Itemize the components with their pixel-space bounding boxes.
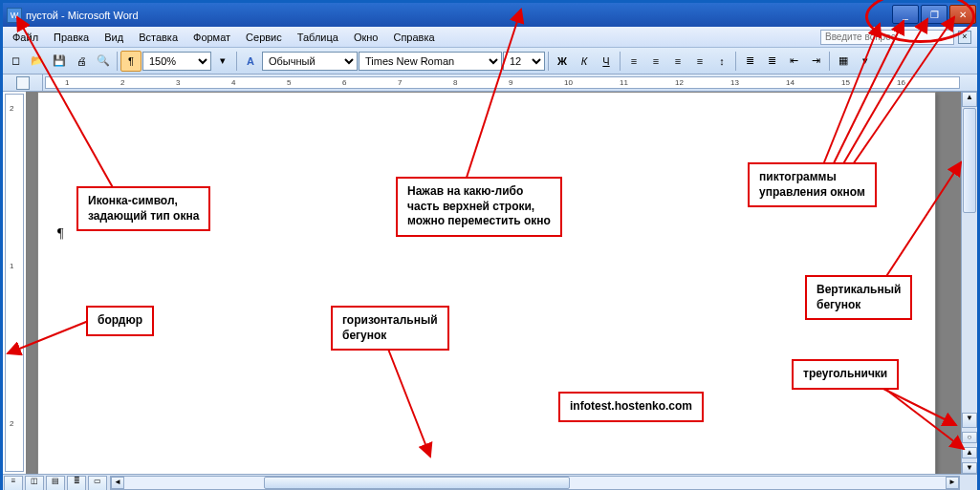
- vruler-tick: 2: [10, 104, 13, 113]
- bullet-list-button[interactable]: ≣: [761, 51, 782, 72]
- view-print-button[interactable]: ▤: [46, 476, 65, 490]
- scroll-up-button[interactable]: ▲: [962, 92, 977, 107]
- vertical-scrollbar[interactable]: ▲ ▼ ○ ▲ ▼: [961, 92, 977, 474]
- maximize-button[interactable]: ❐: [921, 5, 947, 24]
- previous-page-button[interactable]: ▲: [962, 447, 977, 458]
- borders-button[interactable]: ▦: [833, 51, 854, 72]
- callout-win-pictograms: пиктограммы управления окном: [748, 162, 877, 207]
- tab-selector[interactable]: [16, 76, 30, 90]
- open-button[interactable]: 📂: [27, 51, 48, 72]
- menu-table[interactable]: Таблица: [290, 30, 346, 45]
- ruler-tick: 12: [675, 78, 684, 87]
- ruler-tick: 4: [231, 78, 235, 87]
- style-select[interactable]: Обычный: [262, 52, 358, 71]
- title-bar[interactable]: W пустой - Microsoft Word _ ❐ ✕: [3, 3, 977, 27]
- help-search-input[interactable]: [820, 30, 954, 45]
- app-icon[interactable]: W: [7, 8, 22, 23]
- decrease-indent-button[interactable]: ⇤: [783, 51, 804, 72]
- ruler-tick: 11: [620, 78, 628, 87]
- toolbar-more-2[interactable]: ▾: [855, 51, 876, 72]
- ruler-tick: 14: [786, 78, 795, 87]
- menu-view[interactable]: Вид: [97, 30, 131, 45]
- increase-indent-button[interactable]: ⇥: [805, 51, 826, 72]
- menu-format[interactable]: Формат: [185, 30, 238, 45]
- horizontal-scrollbar[interactable]: ◄ ►: [110, 476, 960, 490]
- style-label-icon[interactable]: A: [240, 51, 261, 72]
- font-size-select[interactable]: 12: [503, 52, 545, 71]
- underline-button[interactable]: Ч: [596, 51, 617, 72]
- italic-button[interactable]: К: [574, 51, 595, 72]
- preview-button[interactable]: 🔍: [93, 51, 114, 72]
- minimize-button[interactable]: _: [892, 5, 919, 24]
- menu-service[interactable]: Сервис: [238, 30, 290, 45]
- show-pilcrow-button[interactable]: ¶: [120, 51, 142, 72]
- menu-insert[interactable]: Вставка: [131, 30, 185, 45]
- menu-edit[interactable]: Правка: [46, 30, 97, 45]
- callout-icon: Иконка-символ, задающий тип окна: [76, 186, 210, 231]
- horizontal-ruler-row: 12345678910111213141516: [3, 75, 977, 92]
- scroll-down-button[interactable]: ▼: [962, 413, 977, 428]
- new-doc-button[interactable]: ◻: [5, 51, 26, 72]
- ruler-tick: 13: [730, 78, 739, 87]
- toolbar: ◻ 📂 💾 🖨 🔍 ¶ 150% ▾ A Обычный Times New R…: [3, 48, 977, 75]
- ruler-tick: 10: [564, 78, 573, 87]
- vruler-tick: 1: [10, 262, 13, 270]
- scroll-right-button[interactable]: ►: [946, 477, 959, 489]
- ruler-tick: 9: [509, 78, 512, 87]
- menu-file[interactable]: Файл: [5, 30, 46, 45]
- ruler-tick: 1: [65, 78, 69, 87]
- vertical-ruler[interactable]: 212: [5, 94, 24, 472]
- ruler-tick: 15: [841, 78, 850, 87]
- vertical-scroll-thumb[interactable]: [963, 108, 976, 213]
- vruler-tick: 2: [10, 419, 13, 428]
- align-center-button[interactable]: ≡: [645, 51, 666, 72]
- view-reading-button[interactable]: ▭: [88, 476, 107, 490]
- next-page-button[interactable]: ▼: [962, 462, 977, 474]
- menu-bar: Файл Правка Вид Вставка Формат Сервис Та…: [3, 27, 977, 48]
- horizontal-scroll-thumb[interactable]: [264, 477, 570, 489]
- toolbar-more-1[interactable]: ▾: [212, 51, 233, 72]
- align-right-button[interactable]: ≡: [667, 51, 688, 72]
- callout-titlebar: Нажав на какю-либо часть верхней строки,…: [396, 177, 562, 237]
- align-left-button[interactable]: ≡: [623, 51, 644, 72]
- close-button[interactable]: ✕: [949, 5, 976, 24]
- ruler-tick: 16: [897, 78, 905, 87]
- ruler-tick: 8: [453, 78, 457, 87]
- font-select[interactable]: Times New Roman: [359, 52, 502, 71]
- align-justify-button[interactable]: ≡: [689, 51, 710, 72]
- ruler-tick: 6: [342, 78, 346, 87]
- ruler-tick: 2: [120, 78, 124, 87]
- view-web-button[interactable]: ◫: [25, 476, 44, 490]
- browse-object-button[interactable]: ○: [962, 432, 977, 443]
- zoom-select[interactable]: 150%: [142, 52, 211, 71]
- paragraph-mark: ¶: [57, 226, 63, 242]
- scroll-left-button[interactable]: ◄: [111, 477, 124, 489]
- callout-watermark: infotest.hostenko.com: [558, 392, 704, 422]
- view-outline-button[interactable]: ≣: [67, 476, 86, 490]
- horizontal-ruler[interactable]: 12345678910111213141516: [45, 76, 960, 89]
- view-buttons: ≡ ◫ ▤ ≣ ▭: [3, 475, 108, 490]
- save-button[interactable]: 💾: [49, 51, 70, 72]
- window-controls: _ ❐ ✕: [891, 3, 977, 27]
- print-button[interactable]: 🖨: [71, 51, 92, 72]
- callout-v-thumb: Вертикальный бегунок: [805, 275, 912, 320]
- callout-triangles: треугольнички: [792, 359, 899, 390]
- callout-h-thumb: горизонтальный бегунок: [331, 306, 449, 351]
- line-spacing-button[interactable]: ↕: [711, 51, 732, 72]
- page[interactable]: ¶: [37, 92, 936, 474]
- ruler-tick: 7: [398, 78, 402, 87]
- bold-button[interactable]: Ж: [552, 51, 573, 72]
- document-close-button[interactable]: ×: [958, 31, 971, 44]
- window-title: пустой - Microsoft Word: [26, 10, 891, 21]
- ruler-tick: 3: [176, 78, 180, 87]
- callout-border: бордюр: [86, 306, 154, 336]
- menu-window[interactable]: Окно: [346, 30, 386, 45]
- numbered-list-button[interactable]: ≣: [739, 51, 760, 72]
- view-normal-button[interactable]: ≡: [4, 476, 23, 490]
- menu-help[interactable]: Справка: [385, 30, 442, 45]
- ruler-tick: 5: [287, 78, 291, 87]
